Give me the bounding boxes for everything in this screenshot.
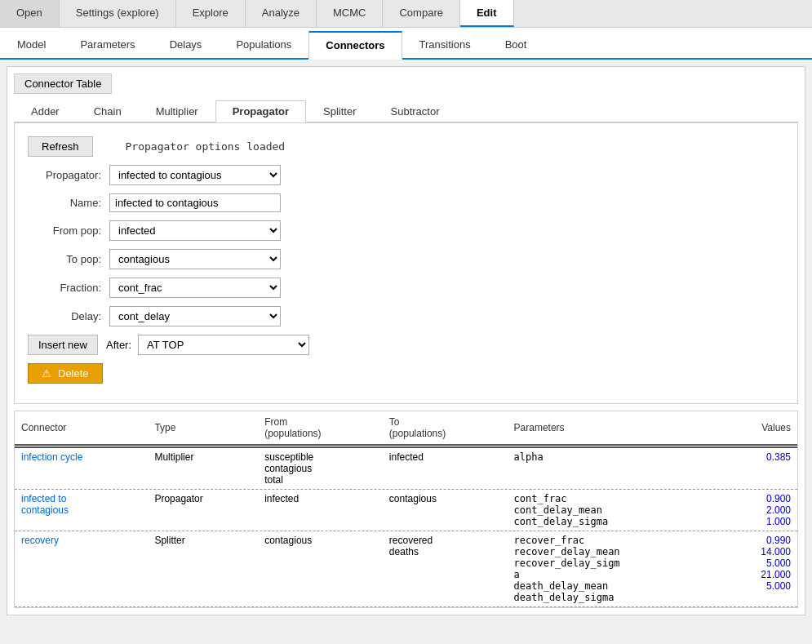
tab-model[interactable]: Model <box>0 31 63 60</box>
row1-values: 0.385 <box>721 448 797 489</box>
row2-params: cont_fraccont_delay_meancont_delay_sigma <box>508 490 721 531</box>
form-area: Refresh Propagator options loaded Propag… <box>14 122 798 404</box>
from-pop-label: From pop: <box>28 224 109 237</box>
sub-tab-multiplier[interactable]: Multiplier <box>139 100 215 122</box>
propagator-label: Propagator: <box>28 169 109 181</box>
row3-connector: recovery <box>15 531 148 606</box>
nav-explore[interactable]: Explore <box>176 0 246 27</box>
sub-tab-splitter[interactable]: Splitter <box>306 100 373 122</box>
connector-table: Connector Type From(populations) To(popu… <box>15 411 797 607</box>
tab-boot[interactable]: Boot <box>488 31 544 60</box>
row1-to: infected <box>383 448 508 489</box>
delete-label: Delete <box>58 367 89 380</box>
table-divider-3 <box>15 606 797 607</box>
row3-values: 0.99014.0005.00021.0005.000 <box>721 531 797 606</box>
fraction-label: Fraction: <box>28 282 109 294</box>
name-input[interactable] <box>109 193 281 212</box>
sub-tab-chain[interactable]: Chain <box>77 100 139 122</box>
row1-params: alpha <box>508 448 721 489</box>
insert-new-button[interactable]: Insert new <box>28 335 98 355</box>
table-header-row: Connector Type From(populations) To(popu… <box>15 411 797 444</box>
delete-button[interactable]: ⚠ Delete <box>28 363 103 384</box>
fraction-row: Fraction: cont_frac <box>28 278 784 298</box>
row2-to: contagious <box>383 490 508 531</box>
connector-table-button[interactable]: Connector Table <box>14 73 112 94</box>
col-connector: Connector <box>15 411 148 444</box>
after-select[interactable]: AT TOP <box>138 335 309 355</box>
row3-params: recover_fracrecover_delay_meanrecover_de… <box>508 531 721 606</box>
refresh-row: Refresh Propagator options loaded <box>28 136 784 157</box>
delay-label: Delay: <box>28 310 109 322</box>
loaded-status: Propagator options loaded <box>126 140 286 153</box>
nav-mcmc[interactable]: MCMC <box>317 0 383 27</box>
delay-select[interactable]: cont_delay <box>109 306 281 326</box>
row1-connector-link[interactable]: infection cycle <box>21 451 82 463</box>
nav-open[interactable]: Open <box>0 0 60 27</box>
row2-type: Propagator <box>148 490 258 531</box>
tab-transitions[interactable]: Transitions <box>402 31 488 60</box>
to-pop-label: To pop: <box>28 253 109 265</box>
top-nav: Open Settings (explore) Explore Analyze … <box>0 0 812 28</box>
sub-tab-subtractor[interactable]: Subtractor <box>374 100 457 122</box>
col-to: To(populations) <box>383 411 508 444</box>
delay-row: Delay: cont_delay <box>28 306 784 326</box>
row2-from: infected <box>258 490 383 531</box>
row3-type: Splitter <box>148 531 258 606</box>
name-label: Name: <box>28 197 109 209</box>
row1-from: susceptiblecontagioustotal <box>258 448 383 489</box>
propagator-select[interactable]: infected to contagious <box>109 165 281 185</box>
row2-connector-link[interactable]: infected tocontagious <box>21 493 69 516</box>
nav-analyze[interactable]: Analyze <box>246 0 317 27</box>
row3-from: contagious <box>258 531 383 606</box>
second-nav: Model Parameters Delays Populations Conn… <box>0 28 812 60</box>
row1-connector: infection cycle <box>15 448 148 489</box>
to-pop-select[interactable]: contagious <box>109 249 281 269</box>
insert-row: Insert new After: AT TOP <box>28 335 784 355</box>
row1-type: Multiplier <box>148 448 258 489</box>
sub-tabs: Adder Chain Multiplier Propagator Splitt… <box>14 100 798 122</box>
row3-to: recovereddeaths <box>383 531 508 606</box>
table-row: infection cycle Multiplier susceptibleco… <box>15 448 797 489</box>
refresh-button[interactable]: Refresh <box>28 136 93 157</box>
row2-connector: infected tocontagious <box>15 490 148 531</box>
table-row: recovery Splitter contagious recoveredde… <box>15 531 797 606</box>
col-from: From(populations) <box>258 411 383 444</box>
row2-values: 0.9002.0001.000 <box>721 490 797 531</box>
delete-row: ⚠ Delete <box>28 363 784 384</box>
tab-connectors[interactable]: Connectors <box>308 31 402 60</box>
fraction-select[interactable]: cont_frac <box>109 278 281 298</box>
from-pop-row: From pop: infected <box>28 220 784 241</box>
col-values: Values <box>721 411 797 444</box>
nav-settings-explore[interactable]: Settings (explore) <box>60 0 176 27</box>
to-pop-row: To pop: contagious <box>28 249 784 269</box>
nav-compare[interactable]: Compare <box>383 0 459 27</box>
table-row: infected tocontagious Propagator infecte… <box>15 490 797 531</box>
tab-parameters[interactable]: Parameters <box>63 31 152 60</box>
nav-edit[interactable]: Edit <box>460 0 514 27</box>
main-content: Connector Table Adder Chain Multiplier P… <box>7 66 805 615</box>
after-label: After: <box>106 339 131 351</box>
from-pop-select[interactable]: infected <box>109 220 281 241</box>
name-row: Name: <box>28 193 784 212</box>
sub-tab-adder[interactable]: Adder <box>14 100 77 122</box>
warning-icon: ⚠ <box>42 367 51 380</box>
tab-delays[interactable]: Delays <box>153 31 220 60</box>
propagator-row: Propagator: infected to contagious <box>28 165 784 185</box>
tab-populations[interactable]: Populations <box>219 31 308 60</box>
table-container: Connector Type From(populations) To(popu… <box>14 411 798 608</box>
sub-tab-propagator[interactable]: Propagator <box>215 100 306 122</box>
row3-connector-link[interactable]: recovery <box>21 535 59 546</box>
col-parameters: Parameters <box>508 411 721 444</box>
col-type: Type <box>148 411 258 444</box>
